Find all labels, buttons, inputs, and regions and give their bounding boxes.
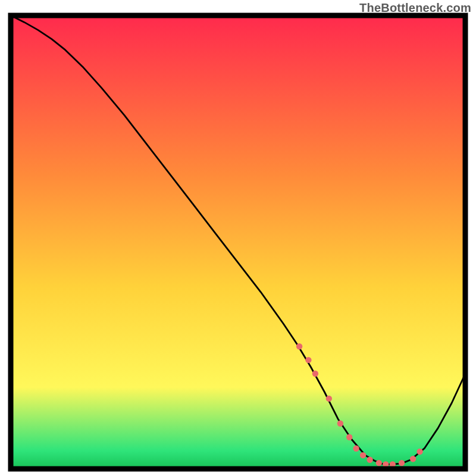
watermark-text: TheBottleneck.com xyxy=(359,1,471,15)
highlight-dot xyxy=(367,457,372,463)
bottleneck-plot xyxy=(0,0,476,476)
highlight-dot xyxy=(326,396,332,402)
highlight-dot xyxy=(296,343,302,349)
highlight-dot xyxy=(416,449,422,455)
highlight-dot xyxy=(410,456,416,462)
plot-area xyxy=(11,15,465,469)
highlight-dot xyxy=(305,357,311,363)
highlight-dot xyxy=(353,446,359,452)
highlight-dot xyxy=(376,460,382,466)
highlight-dot xyxy=(346,434,352,440)
highlight-dot xyxy=(360,452,366,458)
highlight-dot xyxy=(337,421,343,427)
chart-frame: TheBottleneck.com xyxy=(0,0,476,476)
gradient-background xyxy=(11,15,465,469)
highlight-dot xyxy=(399,460,405,466)
highlight-dot xyxy=(312,371,318,377)
